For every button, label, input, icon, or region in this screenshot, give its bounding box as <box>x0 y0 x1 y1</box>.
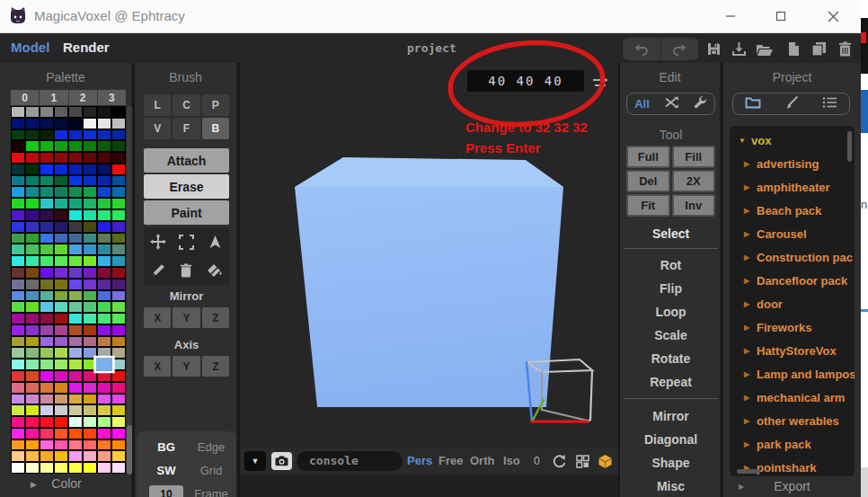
palette-swatch[interactable] <box>26 107 39 117</box>
palette-swatch[interactable] <box>55 199 67 209</box>
edit-tool-fit-button[interactable]: Fit <box>626 194 670 217</box>
palette-swatch[interactable] <box>112 291 125 301</box>
palette-swatch[interactable] <box>69 268 82 278</box>
palette-swatch[interactable] <box>55 383 67 393</box>
palette-swatch[interactable] <box>112 302 125 312</box>
palette-swatch[interactable] <box>98 337 111 347</box>
wrench-button[interactable] <box>694 95 707 112</box>
palette-swatch[interactable] <box>98 371 111 381</box>
palette-swatch[interactable] <box>69 130 82 140</box>
palette-swatch[interactable] <box>112 280 125 289</box>
palette-swatch[interactable] <box>98 268 111 278</box>
palette-swatch[interactable] <box>55 417 67 427</box>
palette-swatch[interactable] <box>12 256 24 266</box>
palette-swatch[interactable] <box>69 359 82 369</box>
palette-swatch[interactable] <box>40 291 53 301</box>
edit-tool-fill-button[interactable]: Fill <box>672 146 716 168</box>
palette-swatch[interactable] <box>112 256 125 266</box>
palette-swatch[interactable] <box>69 153 82 163</box>
mirror-x-button[interactable]: X <box>144 307 171 328</box>
palette-swatch[interactable] <box>112 107 125 117</box>
palette-swatch[interactable] <box>26 405 39 415</box>
palette-swatch[interactable] <box>98 302 111 312</box>
rotate-view-button[interactable] <box>550 452 568 470</box>
palette-swatch[interactable] <box>55 405 67 415</box>
palette-swatch[interactable] <box>112 244 125 254</box>
console-input[interactable]: console <box>297 451 403 471</box>
palette-tab-1[interactable]: 1 <box>40 90 67 105</box>
paint-bucket-button[interactable] <box>200 256 229 285</box>
select-frame-button[interactable] <box>173 227 201 256</box>
palette-swatch[interactable] <box>55 302 67 312</box>
palette-swatch[interactable] <box>55 440 67 450</box>
palette-swatch[interactable] <box>112 325 125 335</box>
palette-swatch[interactable] <box>55 359 67 369</box>
palette-swatch[interactable] <box>69 451 82 461</box>
palette-swatch[interactable] <box>55 234 67 244</box>
palette-swatch[interactable] <box>112 199 125 209</box>
palette-swatch[interactable] <box>26 119 39 129</box>
palette-swatch[interactable] <box>84 337 96 347</box>
delete-button[interactable] <box>834 38 855 60</box>
palette-swatch[interactable] <box>12 130 24 140</box>
minimize-button[interactable] <box>710 0 751 32</box>
palette-swatch[interactable] <box>55 222 67 232</box>
palette-swatch[interactable] <box>112 440 125 450</box>
palette-swatch[interactable] <box>112 176 125 186</box>
palette-swatch[interactable] <box>69 280 82 289</box>
brush-mode-p[interactable]: P <box>202 94 229 116</box>
palette-swatch[interactable] <box>112 429 125 439</box>
palette-swatch[interactable] <box>55 395 67 404</box>
palette-swatch[interactable] <box>84 291 96 301</box>
frame-toggle[interactable]: Frame <box>189 487 234 497</box>
palette-swatch[interactable] <box>55 337 67 347</box>
palette-swatch[interactable] <box>112 359 125 369</box>
palette-swatch[interactable] <box>55 291 67 301</box>
palette-swatch[interactable] <box>12 325 24 335</box>
palette-swatch[interactable] <box>55 348 67 358</box>
palette-swatch[interactable] <box>98 451 111 461</box>
palette-swatch[interactable] <box>26 348 39 358</box>
tree-item[interactable]: ▶Fireworks <box>730 316 855 340</box>
palette-swatch[interactable] <box>12 371 24 381</box>
edit-section-loop[interactable]: Loop <box>620 305 722 319</box>
palette-swatch[interactable] <box>40 371 53 381</box>
palette-swatch[interactable] <box>26 141 39 151</box>
palette-swatch[interactable] <box>96 359 112 371</box>
palette-swatch[interactable] <box>98 141 111 151</box>
palette-swatch[interactable] <box>98 383 111 393</box>
palette-swatch[interactable] <box>98 176 111 186</box>
model-size-input[interactable]: 40 40 40 <box>467 70 584 92</box>
palette-swatch[interactable] <box>69 417 82 427</box>
palette-swatch[interactable] <box>84 199 96 209</box>
palette-swatch[interactable] <box>112 451 125 461</box>
palette-swatch[interactable] <box>12 268 24 278</box>
edit-section-rot[interactable]: Rot <box>620 258 722 272</box>
palette-swatch[interactable] <box>26 210 39 220</box>
palette-swatch[interactable] <box>26 164 39 174</box>
export-section-label[interactable]: Export <box>723 479 861 493</box>
tree-scrollbar-horizontal[interactable] <box>737 469 760 474</box>
palette-swatch[interactable] <box>98 199 111 209</box>
sw-toggle[interactable]: SW <box>146 464 187 477</box>
edit-section-scale[interactable]: Scale <box>620 328 722 342</box>
tree-item[interactable]: ▶mechanical arm <box>730 386 855 410</box>
palette-swatch[interactable] <box>69 348 82 358</box>
palette-swatch[interactable] <box>98 130 111 140</box>
palette-swatch[interactable] <box>69 395 82 404</box>
palette-swatch[interactable] <box>12 359 24 369</box>
palette-swatch[interactable] <box>98 153 111 163</box>
palette-swatch[interactable] <box>84 440 96 450</box>
palette-swatch[interactable] <box>84 210 96 220</box>
palette-swatch[interactable] <box>69 244 82 254</box>
3d-viewport[interactable]: 40 40 40 ▼ console PersFreeOrthIso 0 <box>240 63 618 497</box>
palette-swatch[interactable] <box>55 268 67 278</box>
axis-z-button[interactable]: Z <box>202 356 229 377</box>
palette-swatch[interactable] <box>69 119 82 129</box>
palette-swatch[interactable] <box>84 371 96 381</box>
bg-toggle[interactable]: BG <box>146 440 187 454</box>
tree-item[interactable]: ▶park pack <box>730 433 855 457</box>
palette-swatch[interactable] <box>12 314 24 324</box>
palette-swatch[interactable] <box>69 440 82 450</box>
palette-swatch[interactable] <box>112 153 125 163</box>
